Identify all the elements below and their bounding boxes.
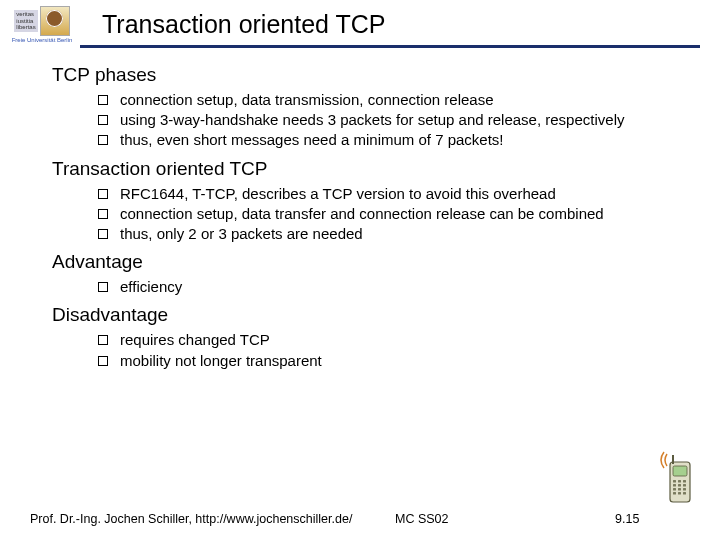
svg-rect-10	[683, 488, 686, 491]
svg-rect-9	[678, 488, 681, 491]
footer-course: MC SS02	[395, 512, 575, 526]
motto-line: veritas	[16, 11, 35, 18]
section-heading: Transaction oriented TCP	[52, 158, 690, 180]
section-heading: Disadvantage	[52, 304, 690, 326]
svg-rect-14	[672, 455, 674, 464]
university-name: Freie Universität Berlin	[12, 37, 73, 43]
university-logo: veritas iustitia libertas Freie Universi…	[8, 6, 76, 43]
slide-header: veritas iustitia libertas Freie Universi…	[0, 0, 720, 43]
bullet-list: efficiency	[52, 277, 690, 296]
svg-rect-3	[678, 480, 681, 483]
list-item: thus, only 2 or 3 packets are needed	[98, 224, 690, 243]
motto-line: libertas	[16, 24, 35, 31]
svg-rect-5	[673, 484, 676, 487]
list-item: thus, even short messages need a minimum…	[98, 130, 690, 149]
motto-line: iustitia	[16, 18, 35, 25]
list-item: efficiency	[98, 277, 690, 296]
svg-rect-2	[673, 480, 676, 483]
svg-rect-7	[683, 484, 686, 487]
list-item: mobility not longer transparent	[98, 351, 690, 370]
svg-rect-8	[673, 488, 676, 491]
list-item: connection setup, data transfer and conn…	[98, 204, 690, 223]
list-item: connection setup, data transmission, con…	[98, 90, 690, 109]
svg-rect-11	[673, 492, 676, 495]
svg-rect-1	[673, 466, 687, 476]
footer-page-number: 9.15	[575, 512, 690, 526]
seal-icon	[40, 6, 70, 36]
bullet-list: requires changed TCP mobility not longer…	[52, 330, 690, 369]
section-heading: TCP phases	[52, 64, 690, 86]
slide-title: Transaction oriented TCP	[102, 10, 385, 39]
footer-author: Prof. Dr.-Ing. Jochen Schiller, http://w…	[30, 512, 395, 526]
list-item: RFC1644, T-TCP, describes a TCP version …	[98, 184, 690, 203]
section-heading: Advantage	[52, 251, 690, 273]
list-item: requires changed TCP	[98, 330, 690, 349]
slide-footer: Prof. Dr.-Ing. Jochen Schiller, http://w…	[30, 512, 690, 526]
slide-content: TCP phases connection setup, data transm…	[0, 48, 720, 370]
mobile-phone-icon	[656, 450, 698, 506]
svg-rect-12	[678, 492, 681, 495]
logo-motto: veritas iustitia libertas	[14, 10, 37, 32]
svg-rect-13	[683, 492, 686, 495]
svg-rect-6	[678, 484, 681, 487]
bullet-list: RFC1644, T-TCP, describes a TCP version …	[52, 184, 690, 244]
bullet-list: connection setup, data transmission, con…	[52, 90, 690, 150]
list-item: using 3-way-handshake needs 3 packets fo…	[98, 110, 690, 129]
svg-rect-4	[683, 480, 686, 483]
